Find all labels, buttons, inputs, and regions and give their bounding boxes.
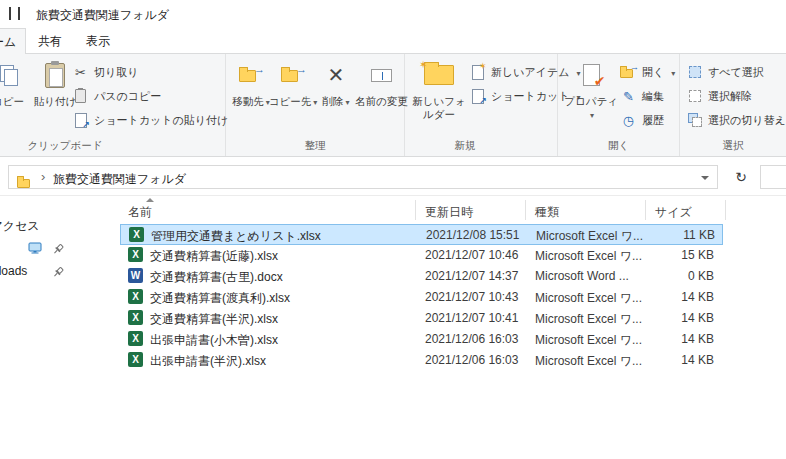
dropdown-caret bbox=[343, 95, 349, 107]
file-type: Microsoft Excel ワ... bbox=[535, 248, 642, 265]
open-button[interactable]: → 開く bbox=[620, 61, 675, 83]
file-type: Microsoft Excel ワ... bbox=[535, 290, 642, 307]
address-bar[interactable]: 旅費交通費関連フォルダ bbox=[8, 165, 718, 189]
new-folder-button[interactable]: 新しいフォルダー bbox=[411, 58, 467, 136]
file-row[interactable]: 交通費精算書(古里).docx 2021/12/07 14:37 Microso… bbox=[120, 266, 723, 287]
copy-path-icon bbox=[72, 89, 89, 103]
file-size: 14 KB bbox=[640, 311, 714, 325]
edit-button[interactable]: 編集 bbox=[620, 85, 664, 107]
file-name: 出張申請書(小木曽).xlsx bbox=[150, 332, 278, 349]
group-label-open: 開く bbox=[558, 139, 679, 153]
title-bar: 旅費交通費関連フォルダ bbox=[0, 0, 786, 28]
sidebar-item-downloads[interactable]: Downloads bbox=[0, 262, 116, 282]
file-name: 交通費精算書(渡真利).xlsx bbox=[150, 290, 290, 307]
tab-share[interactable]: 共有 bbox=[26, 28, 74, 53]
copy-to-icon: → bbox=[281, 58, 305, 92]
sort-ascending-icon bbox=[146, 198, 154, 202]
window-title: 旅費交通費関連フォルダ bbox=[36, 7, 169, 24]
new-item-icon bbox=[469, 65, 486, 80]
column-divider[interactable] bbox=[415, 200, 416, 220]
delete-button[interactable]: ✕ 削除 bbox=[314, 58, 358, 136]
column-header-date[interactable]: 更新日時 bbox=[425, 204, 473, 221]
file-row[interactable]: 出張申請書(半沢).xlsx 2021/12/06 16:03 Microsof… bbox=[120, 350, 723, 371]
breadcrumb-chevron-icon bbox=[41, 169, 45, 184]
label: 削除 bbox=[322, 95, 349, 108]
quick-access-toolbar[interactable] bbox=[9, 7, 20, 20]
column-divider[interactable] bbox=[645, 200, 646, 220]
file-row[interactable]: 交通費精算書(半沢).xlsx 2021/12/07 10:41 Microso… bbox=[120, 308, 723, 329]
paste-shortcut-button[interactable]: ショートカットの貼り付け bbox=[72, 109, 228, 131]
file-size: 14 KB bbox=[640, 353, 714, 367]
ribbon-group-clipboard: コピー 貼り付け 切り取り パスのコピー ショートカットの貼り付け クリップボー… bbox=[0, 54, 226, 156]
label: 開く bbox=[642, 65, 664, 80]
label: 履歴 bbox=[642, 113, 664, 128]
file-row[interactable]: 交通費精算書(近藤).xlsx 2021/12/07 10:46 Microso… bbox=[120, 245, 723, 266]
file-row-selected[interactable]: 管理用交通費まとめリスト.xlsx 2021/12/08 15:51 Micro… bbox=[120, 224, 723, 245]
cut-icon bbox=[72, 66, 89, 79]
refresh-button[interactable] bbox=[728, 165, 754, 189]
copy-path-button[interactable]: パスのコピー bbox=[72, 85, 161, 107]
file-name: 出張申請書(半沢).xlsx bbox=[150, 353, 266, 370]
invert-selection-button[interactable]: 選択の切り替え bbox=[686, 109, 786, 131]
history-button[interactable]: 履歴 bbox=[620, 109, 664, 131]
file-size: 14 KB bbox=[640, 332, 714, 346]
ribbon-tab-strip: ホーム 共有 表示 bbox=[0, 28, 122, 54]
address-dropdown-icon[interactable] bbox=[701, 176, 709, 180]
ribbon-group-new: 新しいフォルダー 新しいアイテム ショートカット 新規 bbox=[405, 54, 558, 156]
file-date: 2021/12/08 15:51 bbox=[426, 228, 519, 242]
label: 新しいフォルダー bbox=[411, 95, 467, 121]
word-file-icon bbox=[128, 268, 143, 283]
new-folder-icon bbox=[424, 58, 454, 92]
column-divider[interactable] bbox=[525, 200, 526, 220]
file-date: 2021/12/06 16:03 bbox=[425, 353, 518, 367]
move-to-icon: → bbox=[239, 58, 263, 92]
delete-icon: ✕ bbox=[328, 58, 345, 92]
excel-file-icon bbox=[128, 247, 143, 262]
rename-icon bbox=[371, 58, 392, 92]
file-date: 2021/12/07 10:46 bbox=[425, 248, 518, 262]
label: 選択解除 bbox=[708, 89, 752, 104]
sidebar-item-pinned[interactable] bbox=[0, 239, 116, 259]
quick-access-toolbar-icon bbox=[9, 7, 11, 20]
open-icon: → bbox=[620, 65, 637, 79]
column-header-type[interactable]: 種類 bbox=[535, 204, 559, 221]
search-input[interactable] bbox=[760, 165, 786, 189]
excel-file-icon bbox=[128, 310, 143, 325]
cut-button[interactable]: 切り取り bbox=[72, 61, 139, 83]
file-row[interactable]: 交通費精算書(渡真利).xlsx 2021/12/07 10:43 Micros… bbox=[120, 287, 723, 308]
label: すべて選択 bbox=[708, 65, 764, 80]
file-date: 2021/12/06 16:03 bbox=[425, 332, 518, 346]
tab-home[interactable]: ホーム bbox=[0, 28, 26, 54]
file-type: Microsoft Excel ワ... bbox=[535, 353, 642, 370]
ribbon-group-open: プロパティ → 開く 編集 履歴 開く bbox=[558, 54, 680, 156]
file-size: 14 KB bbox=[640, 290, 714, 304]
copy-button[interactable]: コピー bbox=[0, 58, 30, 136]
column-header-size[interactable]: サイズ bbox=[655, 204, 692, 221]
file-name: 管理用交通費まとめリスト.xlsx bbox=[151, 228, 321, 245]
file-date: 2021/12/07 10:43 bbox=[425, 290, 518, 304]
rename-button[interactable]: 名前の変更 bbox=[358, 58, 405, 136]
address-bar-row: 旅費交通費関連フォルダ bbox=[0, 157, 786, 196]
breadcrumb[interactable]: 旅費交通費関連フォルダ bbox=[53, 171, 186, 188]
edit-icon bbox=[620, 90, 637, 103]
copy-icon bbox=[0, 58, 17, 92]
paste-icon bbox=[45, 58, 65, 92]
column-divider[interactable] bbox=[725, 200, 726, 220]
select-all-button[interactable]: すべて選択 bbox=[686, 61, 764, 83]
file-type: Microsoft Excel ワ... bbox=[535, 311, 642, 328]
tab-view[interactable]: 表示 bbox=[74, 28, 122, 53]
move-to-button[interactable]: → 移動先 bbox=[230, 58, 272, 136]
column-header-name[interactable]: 名前 bbox=[128, 204, 152, 221]
group-label-clipboard: クリップボード bbox=[0, 139, 130, 153]
group-label-select: 選択 bbox=[680, 139, 786, 153]
file-row[interactable]: 出張申請書(小木曽).xlsx 2021/12/06 16:03 Microso… bbox=[120, 329, 723, 350]
properties-button[interactable]: プロパティ bbox=[566, 58, 616, 136]
file-date: 2021/12/07 10:41 bbox=[425, 311, 518, 325]
copy-to-button[interactable]: → コピー先 bbox=[272, 58, 314, 136]
excel-file-icon bbox=[128, 352, 143, 367]
select-none-button[interactable]: 選択解除 bbox=[686, 85, 752, 107]
label: コピー bbox=[0, 95, 24, 108]
ribbon-group-organize: → 移動先 → コピー先 ✕ 削除 名前の変更 整理 bbox=[226, 54, 405, 156]
file-size: 0 KB bbox=[640, 269, 714, 283]
sidebar-quick-access[interactable]: クイック アクセス bbox=[0, 218, 40, 235]
